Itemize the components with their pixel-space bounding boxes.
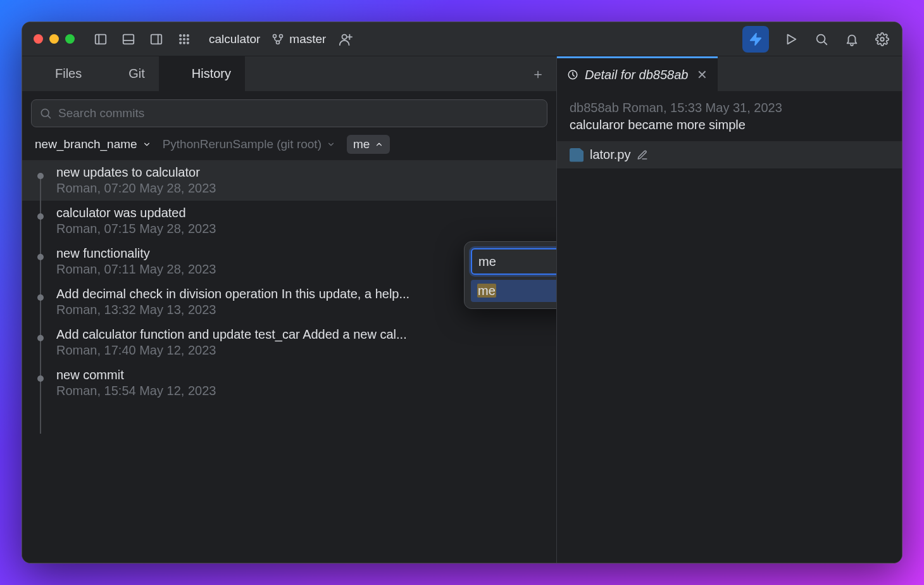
search-everywhere-button[interactable] bbox=[813, 31, 830, 47]
bell-icon bbox=[845, 32, 859, 46]
commit-detail-meta: db858ab Roman, 15:33 May 31, 2023 bbox=[570, 101, 889, 115]
svg-point-13 bbox=[184, 42, 185, 44]
window-controls bbox=[34, 34, 75, 44]
chevron-down-icon bbox=[142, 140, 151, 149]
add-tab-button[interactable]: ＋ bbox=[520, 65, 556, 84]
svg-point-26 bbox=[111, 69, 115, 72]
right-panel-toggle-icon[interactable] bbox=[148, 31, 165, 47]
commit-meta: Roman, 07:20 May 28, 2023 bbox=[56, 181, 546, 196]
svg-line-31 bbox=[47, 115, 50, 118]
filter-row: new_branch_name PythonRerunSample (git r… bbox=[22, 134, 556, 160]
detail-tab[interactable]: Detail for db858ab ✕ bbox=[557, 56, 718, 91]
branch-icon bbox=[272, 33, 284, 46]
svg-point-29 bbox=[174, 69, 184, 79]
changed-file-name: lator.py bbox=[590, 148, 630, 162]
changed-file-row[interactable]: lator.py bbox=[557, 141, 902, 168]
apps-grid-icon[interactable] bbox=[176, 31, 192, 47]
titlebar: calculator master bbox=[22, 22, 902, 56]
graph-dot-icon bbox=[37, 254, 44, 260]
user-filter-popup: me bbox=[464, 241, 557, 309]
svg-marker-21 bbox=[751, 33, 761, 44]
commit-detail-message: calcularor became more simple bbox=[570, 118, 889, 132]
commit-row[interactable]: Add calculator function and update test_… bbox=[22, 322, 556, 363]
titlebar-actions bbox=[742, 26, 890, 53]
svg-point-7 bbox=[184, 34, 185, 36]
graph-dot-icon bbox=[37, 173, 44, 179]
run-button[interactable] bbox=[783, 31, 799, 47]
search-icon bbox=[39, 107, 52, 120]
graph-dot-icon bbox=[37, 335, 44, 341]
chevron-down-icon bbox=[327, 140, 335, 149]
svg-point-14 bbox=[187, 42, 189, 44]
commit-meta: Roman, 17:40 May 12, 2023 bbox=[56, 343, 546, 358]
search-commits-input[interactable]: Search commits bbox=[31, 99, 547, 127]
lightning-icon bbox=[749, 32, 763, 46]
settings-button[interactable] bbox=[874, 31, 890, 47]
collaborate-icon[interactable] bbox=[337, 31, 354, 47]
commit-meta: Roman, 07:15 May 28, 2023 bbox=[56, 222, 546, 236]
project-name[interactable]: calculator bbox=[209, 32, 260, 46]
graph-dot-icon bbox=[37, 213, 44, 220]
svg-point-28 bbox=[115, 75, 118, 79]
tab-label: Git bbox=[128, 66, 145, 81]
tab-files[interactable]: Files bbox=[22, 56, 96, 91]
maximize-window-button[interactable] bbox=[65, 34, 75, 44]
folder-icon bbox=[36, 68, 49, 80]
branch-name: master bbox=[289, 32, 326, 46]
branch-icon bbox=[109, 68, 122, 80]
filter-user-label: me bbox=[353, 137, 370, 151]
search-placeholder: Search commits bbox=[58, 106, 144, 120]
python-file-icon bbox=[570, 148, 584, 162]
svg-point-11 bbox=[187, 38, 189, 40]
graph-dot-icon bbox=[37, 375, 44, 382]
commit-detail: db858ab Roman, 15:33 May 31, 2023 calcul… bbox=[557, 92, 902, 141]
branch-selector[interactable]: master bbox=[272, 32, 326, 46]
svg-point-6 bbox=[180, 34, 182, 36]
play-icon bbox=[784, 32, 798, 46]
commit-title: Add calculator function and update test_… bbox=[56, 327, 546, 342]
minimize-window-button[interactable] bbox=[49, 34, 59, 44]
close-window-button[interactable] bbox=[34, 34, 43, 44]
commit-row[interactable]: calculator was updated Roman, 07:15 May … bbox=[22, 201, 556, 241]
commit-title: calculator was updated bbox=[56, 206, 546, 220]
right-tabs: Detail for db858ab ✕ bbox=[557, 56, 902, 92]
highlight-match: me bbox=[477, 284, 496, 298]
search-icon bbox=[815, 32, 828, 46]
tab-label: Files bbox=[55, 66, 82, 81]
svg-rect-2 bbox=[123, 34, 134, 44]
build-button[interactable] bbox=[742, 26, 769, 53]
svg-point-8 bbox=[187, 34, 189, 36]
clock-icon bbox=[173, 68, 185, 80]
user-filter-input[interactable] bbox=[471, 248, 557, 275]
svg-point-12 bbox=[180, 42, 182, 44]
filter-repo[interactable]: PythonRerunSample (git root) bbox=[163, 137, 335, 151]
svg-point-9 bbox=[180, 38, 182, 40]
user-filter-option[interactable]: me bbox=[471, 280, 557, 302]
ide-window: calculator master Files Git bbox=[22, 22, 902, 563]
commit-row[interactable]: new updates to calculator Roman, 07:20 M… bbox=[22, 160, 556, 201]
svg-point-27 bbox=[118, 69, 121, 72]
detail-tab-label: Detail for db858ab bbox=[585, 68, 688, 82]
tab-label: History bbox=[192, 66, 231, 81]
tab-history[interactable]: History bbox=[159, 56, 245, 91]
edit-icon[interactable] bbox=[637, 149, 648, 161]
gear-icon bbox=[875, 32, 889, 46]
svg-point-10 bbox=[184, 38, 185, 40]
left-pane: Files Git History ＋ Search commits bbox=[22, 56, 557, 563]
svg-rect-0 bbox=[96, 34, 106, 44]
tab-git[interactable]: Git bbox=[96, 56, 159, 91]
svg-point-25 bbox=[880, 37, 884, 41]
svg-marker-22 bbox=[788, 34, 796, 44]
filter-user[interactable]: me bbox=[347, 135, 390, 154]
notifications-button[interactable] bbox=[844, 31, 860, 47]
commit-row[interactable]: new commit Roman, 15:54 May 12, 2023 bbox=[22, 363, 556, 403]
bottom-panel-toggle-icon[interactable] bbox=[120, 31, 137, 47]
filter-branch[interactable]: new_branch_name bbox=[35, 137, 151, 151]
svg-point-18 bbox=[342, 34, 347, 39]
svg-rect-4 bbox=[151, 34, 162, 44]
commit-meta: Roman, 15:54 May 12, 2023 bbox=[56, 384, 546, 398]
left-panel-toggle-icon[interactable] bbox=[92, 31, 109, 47]
filter-branch-label: new_branch_name bbox=[35, 137, 137, 151]
close-tab-button[interactable]: ✕ bbox=[697, 67, 708, 82]
clock-icon bbox=[567, 69, 578, 80]
